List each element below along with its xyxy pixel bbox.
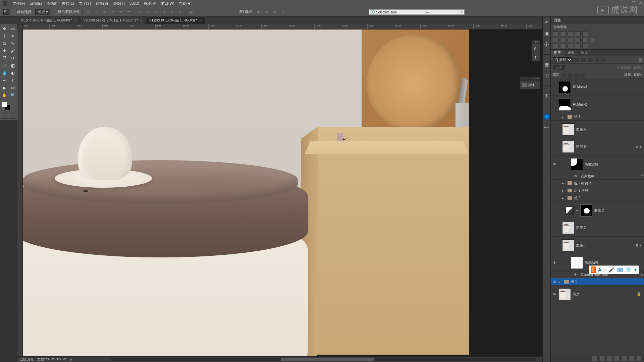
- visibility-toggle[interactable]: 👁: [552, 162, 557, 167]
- actions-icon[interactable]: ▣: [544, 31, 549, 36]
- canvas[interactable]: ▸⁺: [23, 29, 542, 356]
- extension-icon[interactable]: [544, 114, 550, 120]
- channel-mixer-icon[interactable]: [582, 38, 588, 42]
- hand-tool[interactable]: ✋: [1, 92, 8, 99]
- filter-settings-icon[interactable]: ≡: [641, 174, 643, 178]
- filter-settings-icon[interactable]: ≡: [641, 273, 643, 277]
- close-tab-icon[interactable]: ×: [140, 18, 142, 22]
- opacity-value[interactable]: 100%: [633, 66, 642, 69]
- lasso-tool[interactable]: ⟆: [1, 33, 8, 40]
- layer-thumb[interactable]: [562, 123, 574, 135]
- adjustments-title[interactable]: 调整: [551, 17, 644, 24]
- visibility-toggle[interactable]: [552, 208, 557, 213]
- checkbox-icon[interactable]: [53, 10, 56, 13]
- ime-menu-icon[interactable]: ✦: [634, 267, 638, 273]
- fill-value[interactable]: 100%: [633, 73, 642, 77]
- visibility-toggle[interactable]: [552, 188, 557, 193]
- layer-2[interactable]: 图层 2: [551, 219, 644, 237]
- dodge-tool[interactable]: ◐: [9, 70, 16, 76]
- menu-help[interactable]: 帮助(H): [177, 0, 194, 7]
- checkbox-icon[interactable]: [12, 10, 15, 13]
- distribute-bottom-icon[interactable]: ≡: [153, 9, 158, 14]
- brush-tool[interactable]: 🖌: [9, 48, 16, 54]
- zoom-tool[interactable]: 🔍: [9, 92, 16, 99]
- menu-view[interactable]: 视图(V): [142, 0, 158, 7]
- layer-mask-thumb[interactable]: [580, 204, 592, 217]
- fg-color-swatch[interactable]: [2, 102, 7, 107]
- gradient-map-icon[interactable]: [575, 44, 581, 48]
- lock-position-icon[interactable]: [568, 73, 573, 77]
- color-swatches[interactable]: [1, 101, 17, 111]
- visibility-toggle[interactable]: 👁: [552, 280, 557, 284]
- layer-thumb[interactable]: [562, 141, 574, 153]
- shape-tool[interactable]: ▭: [9, 84, 16, 91]
- ime-voice-icon[interactable]: ♪: [604, 267, 606, 273]
- heal-tool[interactable]: ✚: [1, 48, 8, 54]
- close-tab-icon[interactable]: ×: [74, 18, 76, 22]
- ime-skin-icon[interactable]: 👕: [626, 267, 631, 273]
- delete-layer-icon[interactable]: [637, 356, 641, 361]
- filter-kind-select[interactable]: Q 类型: [553, 57, 573, 62]
- tab-layers[interactable]: 图层: [551, 50, 564, 56]
- swatches-icon[interactable]: ▦: [544, 62, 549, 67]
- layer-fx-icon[interactable]: [600, 356, 604, 361]
- layer-1[interactable]: 图层 1 ⊞ ▾: [551, 237, 644, 254]
- close-icon[interactable]: ×: [537, 40, 539, 44]
- standard-mode-icon[interactable]: [1, 113, 8, 119]
- visibility-toggle[interactable]: 👁: [552, 292, 557, 297]
- photo-filter-icon[interactable]: [575, 38, 581, 42]
- minimize-icon[interactable]: —: [425, 10, 431, 14]
- menu-window[interactable]: 窗口(W): [159, 0, 176, 7]
- quick-mask-icon[interactable]: [9, 113, 16, 119]
- filter-adjust-icon[interactable]: [581, 58, 586, 62]
- type-tool[interactable]: T: [9, 77, 16, 84]
- menu-type[interactable]: 文字(Y): [77, 0, 93, 7]
- align-right-icon[interactable]: ⭲: [126, 9, 131, 14]
- float-character-panel[interactable]: «× A| ¶: [531, 40, 540, 62]
- levels-icon[interactable]: [560, 32, 566, 36]
- tab-channels[interactable]: 通道: [564, 50, 578, 56]
- distribute-right-icon[interactable]: ⫼: [177, 9, 182, 14]
- menu-file[interactable]: 文件(F): [11, 0, 27, 7]
- layer-rlmask2[interactable]: RLMask2: [551, 96, 644, 113]
- layer-smart-filters[interactable]: 👁 智能滤镜: [551, 156, 644, 173]
- layer-group7[interactable]: ▸ 组 7: [551, 113, 644, 121]
- styles-icon[interactable]: ◫: [544, 73, 549, 78]
- expand-arrow-icon[interactable]: ▸: [559, 280, 562, 284]
- ime-mode-icon[interactable]: A: [598, 267, 601, 273]
- move-tool-icon[interactable]: ✥: [3, 9, 9, 15]
- brightness-icon[interactable]: [553, 32, 558, 36]
- selective-color-icon[interactable]: [582, 44, 588, 48]
- visibility-toggle[interactable]: [552, 85, 557, 89]
- color-balance-icon[interactable]: [560, 38, 566, 42]
- doc-tab-1[interactable]: V10000.psd @ 25% (组 1, RGB/8*) *×: [80, 17, 146, 24]
- horizontal-scrollbar[interactable]: [111, 358, 536, 361]
- bw-icon[interactable]: [568, 38, 573, 42]
- layer-thumb[interactable]: [562, 222, 574, 234]
- visibility-toggle[interactable]: 👁: [574, 273, 579, 277]
- 3d-pan-icon[interactable]: ✥: [272, 9, 277, 14]
- lock-pixels-icon[interactable]: [562, 73, 567, 77]
- layer-group1[interactable]: 👁 ▸ 组 1: [551, 278, 644, 286]
- threshold-icon[interactable]: [568, 44, 573, 48]
- visibility-toggle[interactable]: [552, 226, 557, 230]
- doc-tab-2[interactable]: V1.psd @ 138% (组 1, RGB/8) *×: [146, 17, 205, 24]
- filter-gaussian[interactable]: 👁 高斯模糊 ≡: [551, 173, 644, 180]
- filter-mask-thumb[interactable]: [571, 257, 583, 269]
- menu-filter[interactable]: 滤镜(T): [111, 0, 127, 7]
- info-icon[interactable]: ⓘ: [544, 42, 549, 47]
- distribute-top-icon[interactable]: ≡: [137, 9, 142, 14]
- 3d-orbit-icon[interactable]: ◉: [256, 9, 261, 14]
- filter-mask-thumb[interactable]: [571, 158, 583, 170]
- quick-select-tool[interactable]: ✶: [9, 33, 16, 40]
- visibility-toggle[interactable]: [552, 102, 557, 107]
- lock-icon[interactable]: 🔒: [637, 292, 643, 296]
- path-select-tool[interactable]: ▶: [1, 84, 8, 91]
- distribute-h-icon[interactable]: ⫼: [169, 9, 174, 14]
- menu-select[interactable]: 选择(S): [94, 0, 110, 7]
- layer-thumb[interactable]: [559, 288, 571, 300]
- float-properties-panel[interactable]: «× 属性: [520, 76, 540, 89]
- layer-group2copy[interactable]: ▸ 组 2 拷贝: [551, 187, 644, 194]
- ime-keyboard-icon[interactable]: ⌨: [616, 267, 623, 273]
- ime-mic-icon[interactable]: 🎤: [608, 267, 614, 273]
